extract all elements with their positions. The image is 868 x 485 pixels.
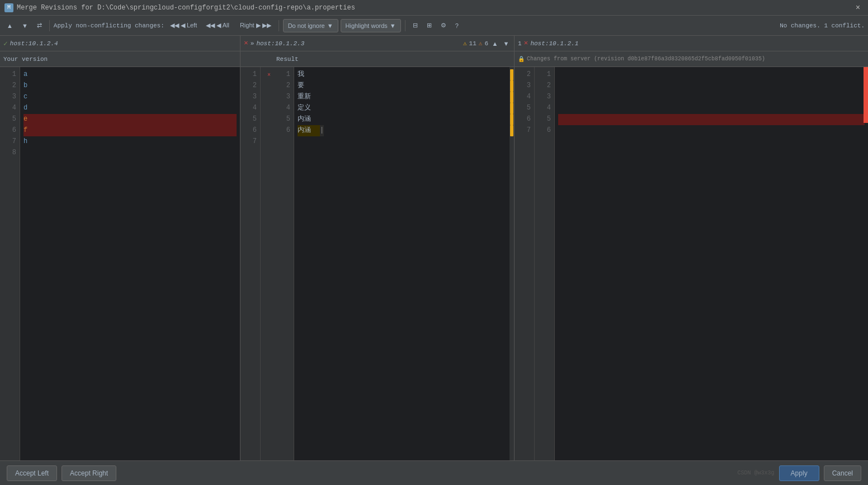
- accept-left-button[interactable]: Accept Left: [7, 465, 57, 481]
- left-panel-header: ✓ host:10.1.2.4: [0, 36, 240, 51]
- bottom-bar: Accept Left Accept Right CSDN @w3x3g App…: [0, 460, 868, 485]
- x-icon: ×: [244, 39, 248, 47]
- title-text: Merge Revisions for D:\Code\springcloud-…: [17, 4, 852, 12]
- separator-2: [279, 20, 279, 31]
- conflict-num-icon: 1: [518, 40, 522, 47]
- middle-panel: × » host:10.1.2.3 ⚠ 11 ⚠ 6 ▲ ▼ Result 1 …: [240, 36, 515, 460]
- middle-icons-column: ×: [261, 67, 277, 460]
- middle-panel-header: × » host:10.1.2.3 ⚠ 11 ⚠ 6 ▲ ▼: [240, 36, 514, 51]
- left-line-3: c: [23, 92, 237, 103]
- right-panel-header: 1 × host:10.1.2.1: [515, 36, 868, 51]
- left-panel-label-bar: Your version: [0, 51, 240, 67]
- next-conflict-button[interactable]: ▼: [18, 19, 31, 32]
- chevron-down-icon: ▼: [390, 22, 396, 29]
- ignore-dropdown[interactable]: Do not ignore ▼: [283, 19, 338, 32]
- sync-scroll-button[interactable]: ⇄: [34, 19, 45, 32]
- up-arrow-icon: ▲: [7, 22, 13, 29]
- middle-left-numbers: 1 2 3 4 5 6 7: [240, 67, 261, 460]
- right-line-4: [558, 103, 865, 114]
- your-version-label: Your version: [3, 56, 48, 63]
- result-label: Result: [276, 56, 299, 63]
- right-panel-title: host:10.1.2.1: [530, 40, 865, 47]
- middle-editor[interactable]: 1 2 3 4 5 6 7 × 1 2 3: [240, 67, 514, 460]
- right-line-2: [558, 80, 865, 92]
- apply-all-button[interactable]: ◀◀ ◀ All: [202, 19, 233, 32]
- middle-code[interactable]: 我 要 重新 定义 内涵 内涵|: [294, 67, 510, 460]
- status-text: No changes. 1 conflict.: [780, 22, 865, 29]
- chevron-right-icon: »: [251, 40, 254, 47]
- left-line-8: [23, 148, 237, 159]
- apply-button[interactable]: Apply: [779, 465, 819, 481]
- conflict-up-button[interactable]: ▲: [490, 39, 499, 48]
- left-line-1: a: [23, 69, 237, 80]
- middle-line-2: 要: [298, 80, 506, 92]
- separator-3: [405, 20, 405, 31]
- middle-panel-title: host:10.1.2.3: [256, 40, 461, 47]
- middle-right-numbers: 1 2 3 4 5 6: [277, 67, 294, 460]
- main-content: ✓ host:10.1.2.4 Your version 1 2 3 4 5 6…: [0, 36, 868, 460]
- conflict-edge-marker: [864, 67, 868, 123]
- columns-button[interactable]: ⊞: [423, 19, 435, 32]
- left-line-6: f: [23, 125, 237, 136]
- left-line-2: b: [23, 80, 237, 92]
- right-line-1: [558, 69, 865, 80]
- right-editor[interactable]: 2 3 4 5 6 7 1 2 3 4 5 6: [515, 67, 868, 460]
- left-line-4: d: [23, 103, 237, 114]
- reject-icon-1[interactable]: ×: [267, 72, 271, 78]
- down-arrow-icon: ▼: [22, 22, 28, 29]
- all-arrows-icon: ◀◀: [206, 22, 215, 29]
- highlight-button[interactable]: Highlight words ▼: [341, 19, 401, 32]
- error-count: 6: [484, 40, 488, 47]
- gear-icon: ⚙: [441, 22, 446, 29]
- middle-line-5: 内涵: [298, 114, 506, 125]
- left-panel-title: host:10.1.2.4: [10, 40, 237, 47]
- right-panel: 1 × host:10.1.2.1 🔒 Changes from server …: [515, 36, 868, 460]
- conflict-down-button[interactable]: ▼: [502, 39, 511, 48]
- apply-left-button[interactable]: ◀◀ ◀ Left: [167, 19, 200, 32]
- toolbar: ▲ ▼ ⇄ Apply non-conflicting changes: ◀◀ …: [0, 16, 868, 36]
- right-line-3: [558, 92, 865, 103]
- apply-label: Apply non-conflicting changes:: [54, 22, 164, 29]
- prev-conflict-button[interactable]: ▲: [3, 19, 16, 32]
- app-icon: M: [4, 3, 13, 12]
- middle-result-bar: Result: [240, 51, 514, 67]
- middle-line-3: 重新: [298, 92, 506, 103]
- title-bar: M Merge Revisions for D:\Code\springclou…: [0, 0, 868, 16]
- accept-right-button[interactable]: Accept Right: [62, 465, 116, 481]
- cancel-button[interactable]: Cancel: [824, 465, 861, 481]
- help-icon: ?: [455, 22, 459, 29]
- left-code[interactable]: a b c d e f h: [20, 67, 240, 460]
- right-left-numbers: 2 3 4 5 6 7: [515, 67, 535, 460]
- separator-1: [49, 20, 50, 31]
- sync-icon: ⇄: [37, 22, 42, 29]
- conflict-indicator: ⚠ 11 ⚠ 6: [463, 40, 488, 47]
- apply-right-button[interactable]: Right ▶ ▶▶: [235, 19, 275, 32]
- warning-count: 11: [469, 40, 477, 47]
- chevron-down-icon: ▼: [327, 22, 333, 29]
- settings-button[interactable]: ⚙: [437, 19, 450, 32]
- right-right-numbers: 1 2 3 4 5 6: [535, 67, 555, 460]
- csdn-credit: CSDN @w3x3g: [738, 470, 775, 476]
- left-line-numbers: 1 2 3 4 5 6 7 8: [0, 67, 20, 460]
- left-line-5: e: [23, 114, 237, 125]
- right-line-5: [558, 114, 865, 125]
- warning-icon: ⚠: [463, 40, 467, 47]
- middle-line-6: 内涵|: [298, 125, 506, 136]
- columns-icon: ⊞: [427, 22, 432, 29]
- check-icon: ✓: [3, 39, 8, 48]
- left-editor[interactable]: 1 2 3 4 5 6 7 8 a b c d e f h: [0, 67, 240, 460]
- close-button[interactable]: ×: [852, 2, 864, 13]
- right-code[interactable]: [555, 67, 868, 460]
- right-line-6: [558, 125, 865, 136]
- split-icon: ⊟: [413, 22, 418, 29]
- left-line-7: h: [23, 136, 237, 148]
- middle-line-1: 我: [298, 69, 506, 80]
- split-view-button[interactable]: ⊟: [409, 19, 421, 32]
- x-icon-right: ×: [524, 39, 529, 47]
- help-button[interactable]: ?: [452, 19, 462, 32]
- left-arrow-icon: ◀◀: [170, 22, 179, 29]
- changes-bar: [510, 67, 514, 460]
- right-panel-description: Changes from server (revision d0b1e87f86…: [527, 56, 765, 62]
- lock-icon: 🔒: [518, 56, 525, 63]
- middle-line-4: 定义: [298, 103, 506, 114]
